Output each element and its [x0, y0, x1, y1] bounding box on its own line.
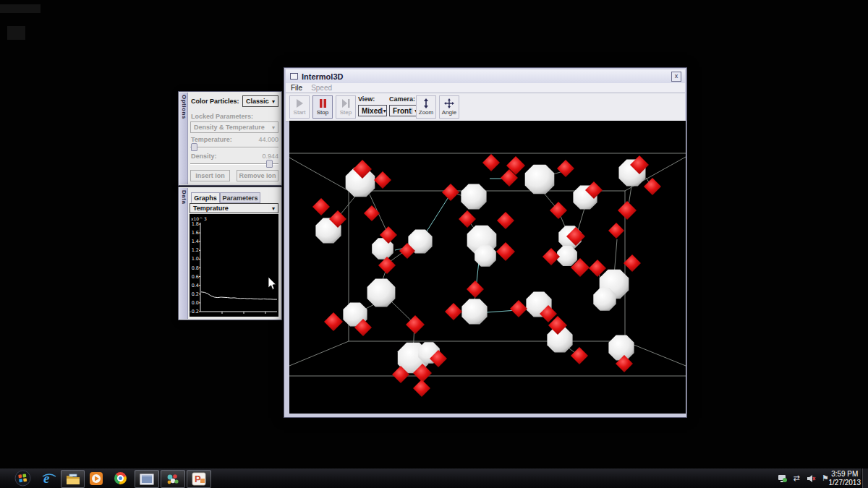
y-tick-label: 1.0: [192, 256, 199, 262]
sphere-particle: [593, 288, 616, 310]
insert-ion-button[interactable]: Insert Ion: [190, 170, 230, 181]
chevron-down-icon: ▾: [269, 205, 278, 212]
y-tick-label: 0.6: [192, 274, 199, 280]
y-tick-label: -0.2: [190, 309, 199, 314]
sphere-particle: [608, 335, 634, 360]
y-tick-label: 0.4: [192, 283, 199, 288]
y-tick-label: 1.6: [192, 230, 199, 236]
remove-ion-button[interactable]: Remove Ion: [237, 170, 278, 181]
taskbar-clock[interactable]: 3:59 PM 1/27/2013: [829, 470, 861, 487]
menu-file[interactable]: File: [291, 84, 302, 92]
internet-explorer-button[interactable]: e: [39, 470, 59, 487]
sync-icon[interactable]: ⇄: [791, 474, 801, 484]
folder-icon: [66, 474, 80, 485]
start-button[interactable]: Start: [289, 95, 310, 119]
sphere-particle: [461, 299, 487, 324]
chevron-down-icon: ▾: [269, 98, 278, 105]
y-tick-label: 1.2: [192, 247, 199, 253]
slider-track: [190, 147, 278, 148]
view-select[interactable]: Mixed ▾: [358, 105, 387, 116]
windows-explorer-button[interactable]: [61, 470, 85, 488]
network-status-icon[interactable]: [777, 474, 787, 484]
molecule-scene[interactable]: [289, 121, 686, 414]
sphere-particle: [557, 246, 577, 266]
internet-explorer-icon: e: [41, 471, 57, 487]
chrome-button[interactable]: [110, 470, 130, 487]
tab-parameters[interactable]: Parameters: [220, 192, 260, 203]
density-slider[interactable]: [190, 159, 278, 168]
step-forward-icon: [341, 98, 351, 108]
slider-track: [190, 163, 278, 165]
molecule-app-icon: [166, 473, 180, 486]
data-panel: Data Graphs Parameters Temprature ▾ x10^…: [178, 187, 282, 320]
camera-label: Camera:: [389, 95, 415, 103]
locked-parameters-select[interactable]: Density & Temperature ▾: [190, 121, 278, 133]
y-tick-label: 1.4: [192, 239, 199, 244]
powerpoint-icon: P: [192, 472, 206, 486]
sphere-particle: [367, 279, 396, 307]
intermol3d-window: Intermol3D x File Speed Start Stop Step …: [284, 67, 687, 418]
slider-thumb[interactable]: [191, 143, 197, 151]
menu-bar: File Speed: [286, 83, 685, 93]
chevron-down-icon: ▾: [382, 108, 386, 114]
media-player-icon: [89, 471, 103, 486]
y-tick-label: 0.8: [192, 265, 199, 271]
sphere-particle: [475, 245, 496, 267]
app-window-thumbnail-icon: [140, 474, 154, 485]
angle-button[interactable]: Angle: [439, 95, 459, 119]
options-panel-title[interactable]: Options: [179, 93, 188, 184]
windows-start-orb-icon: [14, 470, 31, 487]
temperature-chart-plot: x10^ 31.81.61.41.21.00.80.60.40.20.0-0.2: [190, 214, 278, 317]
tab-graphs[interactable]: Graphs: [191, 192, 220, 203]
clock-date: 1/27/2013: [829, 479, 861, 487]
window-title: Intermol3D: [302, 72, 343, 81]
clock-time: 3:59 PM: [829, 470, 861, 479]
color-particles-select[interactable]: Classical ▾: [242, 95, 278, 107]
step-button[interactable]: Step: [336, 95, 356, 119]
move-4way-arrow-icon: [444, 98, 454, 108]
show-desktop-button[interactable]: [861, 468, 868, 488]
zoom-vertical-arrow-icon: [421, 98, 431, 108]
system-tray: ⇄ ⚑: [777, 468, 830, 488]
stop-button[interactable]: Stop: [312, 95, 333, 119]
svg-text:e: e: [43, 471, 50, 486]
zoom-button[interactable]: Zoom: [416, 95, 436, 119]
chevron-down-icon: ▾: [269, 124, 278, 131]
toolbar: Start Stop Step View: Mixed ▾ Camera: Fr…: [286, 93, 685, 122]
desktop-patch: [7, 26, 25, 40]
start-menu-button[interactable]: [13, 470, 32, 487]
temperature-slider[interactable]: [190, 142, 278, 151]
locked-parameters-label: Locked Parameters:: [191, 113, 253, 120]
volume-muted-icon[interactable]: [806, 474, 816, 484]
desktop-patch: [0, 4, 41, 13]
simulation-viewport[interactable]: [289, 121, 686, 414]
close-button[interactable]: x: [671, 72, 681, 82]
vmd-taskbar-button[interactable]: [161, 470, 185, 488]
view-label: View:: [358, 95, 375, 103]
sphere-particle: [461, 184, 486, 209]
menu-speed[interactable]: Speed: [311, 84, 332, 92]
temperature-chart: x10^ 31.81.61.41.21.00.80.60.40.20.0-0.2: [190, 214, 278, 317]
color-particles-label: Color Particles:: [191, 98, 239, 105]
powerpoint-taskbar-button[interactable]: P: [187, 470, 211, 488]
slider-thumb[interactable]: [266, 160, 273, 168]
chrome-icon: [114, 472, 127, 484]
data-panel-title[interactable]: Data: [179, 188, 188, 319]
taskbar: e: [0, 468, 868, 488]
pause-icon: [318, 98, 328, 108]
media-player-button[interactable]: [86, 470, 106, 487]
title-bar[interactable]: Intermol3D x: [286, 69, 685, 83]
sphere-particle: [525, 165, 555, 194]
y-tick-label: 0.2: [192, 291, 199, 297]
app-window-icon: [290, 73, 298, 80]
intermol3d-taskbar-button[interactable]: [135, 470, 159, 488]
play-icon: [294, 98, 305, 108]
y-tick-label: 1.8: [192, 221, 199, 227]
svg-text:P: P: [195, 474, 201, 484]
graph-select[interactable]: Temprature ▾: [190, 203, 278, 213]
y-tick-label: 0.0: [192, 300, 199, 306]
options-panel: Options Color Particles: Classical ▾ Loc…: [178, 91, 282, 186]
y-axis-multiplier: x10^ 3: [191, 216, 207, 221]
